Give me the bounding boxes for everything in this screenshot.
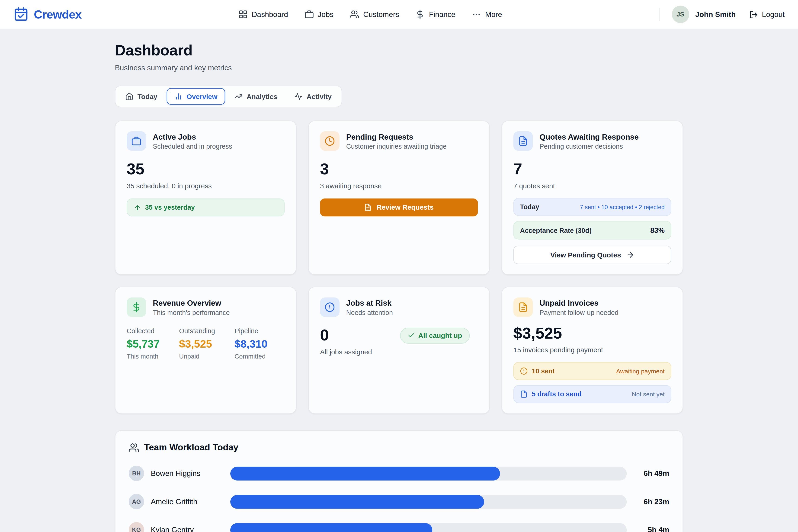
workload-progress-fill — [230, 467, 500, 480]
all-caught-up-badge: All caught up — [400, 327, 470, 343]
member-hours: 6h 49m — [633, 469, 669, 477]
team-workload-title: Team Workload Today — [144, 442, 238, 453]
top-navigation: Crewdex Dashboard Jobs — [0, 0, 798, 29]
dollar-icon — [416, 10, 425, 19]
workload-progress-fill — [230, 495, 484, 509]
card-active-jobs: Active Jobs Scheduled and in progress 35… — [115, 120, 297, 275]
tab-today[interactable]: Today — [117, 88, 165, 104]
member-name: Kylan Gentry — [151, 526, 224, 532]
file-text-icon — [518, 136, 528, 146]
avatar-initials: BH — [132, 470, 141, 477]
view-pending-quotes-button[interactable]: View Pending Quotes — [513, 246, 671, 264]
file-text-icon — [518, 302, 528, 312]
nav-user-area: JS John Smith Logout — [659, 5, 784, 23]
file-text-icon — [364, 204, 372, 211]
users-icon — [129, 442, 139, 453]
pending-requests-value: 3 — [320, 160, 478, 178]
member-name: Bowen Higgins — [151, 469, 224, 477]
invoices-drafts-row: 5 drafts to send Not sent yet — [513, 385, 671, 403]
stat-label: Collected — [127, 327, 159, 335]
card-title: Revenue Overview — [153, 298, 230, 307]
tab-activity[interactable]: Activity — [287, 88, 339, 104]
workload-progress-track — [230, 495, 627, 509]
dashboard-icon — [239, 10, 248, 19]
avatar-initials: KG — [132, 527, 141, 532]
briefcase-icon — [131, 136, 141, 146]
main-content: Dashboard Business summary and key metri… — [115, 29, 683, 532]
revenue-stats: Collected $5,737 This month Outstanding … — [127, 327, 285, 360]
card-subtitle: Scheduled and in progress — [153, 142, 232, 150]
card-revenue-overview: Revenue Overview This month's performanc… — [115, 287, 297, 414]
row-status: Awaiting payment — [616, 367, 665, 375]
trending-up-icon — [234, 92, 242, 100]
jobs-at-risk-icon-box — [320, 298, 340, 317]
card-subtitle: Needs attention — [346, 308, 393, 316]
workload-progress-track — [230, 523, 627, 532]
alert-circle-icon — [520, 367, 528, 375]
nav-item-finance[interactable]: Finance — [409, 5, 462, 23]
nav-item-jobs[interactable]: Jobs — [298, 5, 340, 23]
stat-value: $8,310 — [234, 338, 267, 350]
nav-label: Dashboard — [252, 10, 288, 18]
dollar-icon — [131, 302, 141, 312]
view-tabs: Today Overview Analytics Activity — [115, 86, 342, 107]
users-icon — [350, 10, 359, 19]
arrow-right-icon — [626, 251, 634, 259]
acceptance-label: Acceptance Rate (30d) — [520, 226, 591, 234]
card-subtitle: Payment follow-up needed — [539, 308, 618, 316]
clock-icon — [325, 136, 335, 146]
nav-divider — [659, 8, 659, 21]
row-status: Not sent yet — [632, 391, 665, 398]
member-avatar: AG — [129, 494, 144, 509]
active-jobs-detail: 35 scheduled, 0 in progress — [127, 182, 285, 190]
active-jobs-trend-badge: 35 vs yesterday — [127, 198, 285, 216]
jobs-at-risk-detail: All jobs assigned — [320, 348, 478, 356]
nav-label: Finance — [429, 10, 455, 18]
logout-button[interactable]: Logout — [749, 10, 784, 19]
member-hours: 6h 23m — [633, 497, 669, 506]
file-icon — [520, 390, 528, 398]
card-team-workload: Team Workload Today BH Bowen Higgins 6h … — [115, 430, 683, 532]
member-hours: 5h 4m — [633, 526, 669, 532]
nav-item-more[interactable]: More — [465, 5, 509, 23]
logout-icon — [749, 10, 758, 19]
user-avatar[interactable]: JS — [671, 5, 689, 23]
nav-item-dashboard[interactable]: Dashboard — [232, 5, 295, 23]
nav-label: More — [485, 10, 502, 18]
member-avatar: KG — [129, 522, 144, 532]
review-requests-button[interactable]: Review Requests — [320, 198, 478, 216]
nav-item-customers[interactable]: Customers — [343, 5, 406, 23]
user-name: John Smith — [695, 10, 736, 18]
card-jobs-at-risk: Jobs at Risk Needs attention 0 All caugh… — [308, 287, 490, 414]
card-subtitle: Pending customer decisions — [539, 142, 639, 150]
member-avatar: BH — [129, 466, 144, 481]
card-title: Pending Requests — [346, 132, 446, 141]
main-nav: Dashboard Jobs Customers — [82, 5, 659, 23]
tab-analytics[interactable]: Analytics — [227, 88, 285, 104]
card-unpaid-invoices: Unpaid Invoices Payment follow-up needed… — [501, 287, 683, 414]
quotes-icon-box — [513, 131, 533, 151]
invoices-sent-row: 10 sent Awaiting payment — [513, 362, 671, 380]
card-title: Jobs at Risk — [346, 298, 393, 307]
card-title: Unpaid Invoices — [539, 298, 618, 307]
stat-sub: Unpaid — [179, 353, 215, 360]
avatar-initials: AG — [132, 498, 141, 505]
quotes-detail: 7 quotes sent — [513, 182, 671, 190]
ellipsis-icon — [472, 10, 481, 19]
row-label: 10 sent — [532, 367, 555, 375]
team-member-row: AG Amelie Griffith 6h 23m — [129, 494, 669, 509]
bar-chart-icon — [174, 92, 182, 100]
unpaid-invoices-icon-box — [513, 298, 533, 317]
brand-logo[interactable]: Crewdex — [13, 7, 81, 22]
tab-overview[interactable]: Overview — [167, 88, 225, 104]
home-icon — [125, 92, 133, 100]
team-member-row: KG Kylan Gentry 5h 4m — [129, 522, 669, 532]
check-icon — [407, 332, 415, 339]
unpaid-invoices-value: $3,525 — [513, 324, 671, 343]
today-label: Today — [520, 203, 539, 211]
card-title: Active Jobs — [153, 132, 232, 141]
card-quotes: Quotes Awaiting Response Pending custome… — [501, 120, 683, 275]
trend-label: 35 vs yesterday — [145, 204, 195, 211]
tab-label: Overview — [187, 93, 217, 100]
pending-requests-icon-box — [320, 131, 340, 151]
